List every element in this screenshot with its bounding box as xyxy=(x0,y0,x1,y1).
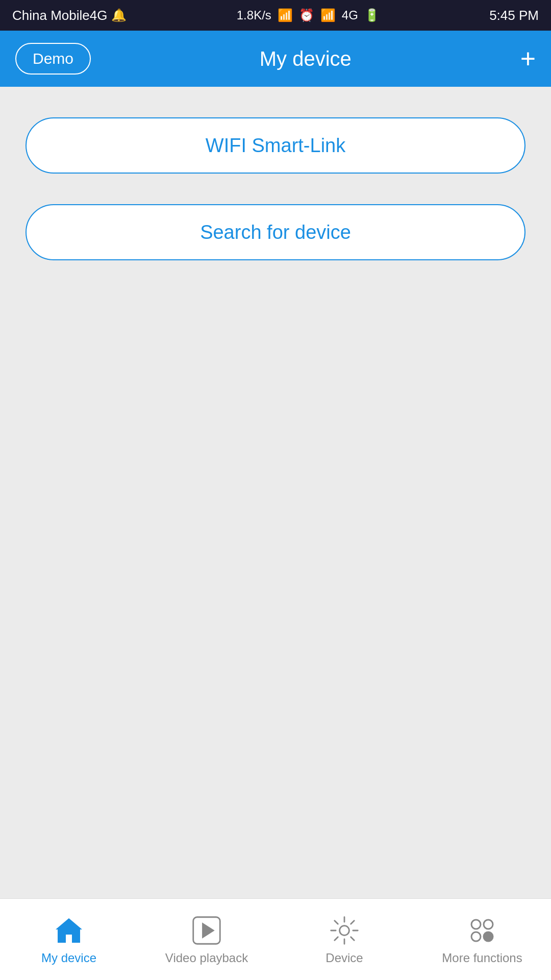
bottom-nav: My device Video playback Device xyxy=(0,898,551,980)
top-nav-bar: Demo My device + xyxy=(0,31,551,87)
nav-label-device: Device xyxy=(325,951,363,965)
signal-icon: 4G xyxy=(342,8,358,22)
gear-icon xyxy=(328,914,361,947)
status-left: China Mobile4G 🔔 xyxy=(12,8,127,23)
nav-label-my-device: My device xyxy=(41,951,96,965)
svg-point-5 xyxy=(471,932,481,941)
page-title: My device xyxy=(91,47,520,70)
wifi-icon: 📶 xyxy=(320,8,336,22)
carrier-text: China Mobile4G xyxy=(12,8,107,23)
time-text: 5:45 PM xyxy=(489,8,539,23)
wifi-smart-link-button[interactable]: WIFI Smart-Link xyxy=(26,117,525,174)
status-bar: China Mobile4G 🔔 1.8K/s 📶 ⏰ 📶 4G 🔋 5:45 … xyxy=(0,0,551,31)
nav-item-device[interactable]: Device xyxy=(276,914,413,965)
status-right: 5:45 PM xyxy=(489,8,539,23)
alarm-icon: ⏰ xyxy=(299,8,314,22)
nav-item-more-functions[interactable]: More functions xyxy=(413,914,551,965)
status-center-icons: 1.8K/s 📶 ⏰ 📶 4G 🔋 xyxy=(237,8,380,22)
add-device-button[interactable]: + xyxy=(520,45,536,72)
notification-icon: 🔔 xyxy=(111,8,127,22)
main-content: WIFI Smart-Link Search for device xyxy=(0,87,551,898)
svg-point-2 xyxy=(340,925,349,935)
svg-point-3 xyxy=(471,920,481,929)
nav-label-video-playback: Video playback xyxy=(165,951,248,965)
svg-point-4 xyxy=(484,920,493,929)
home-icon xyxy=(53,914,85,947)
play-icon xyxy=(190,914,223,947)
search-device-button[interactable]: Search for device xyxy=(26,204,525,260)
svg-marker-1 xyxy=(203,923,214,937)
nav-label-more-functions: More functions xyxy=(442,951,522,965)
more-icon xyxy=(466,914,498,947)
sim-icon: 📶 xyxy=(278,8,293,22)
speed-text: 1.8K/s xyxy=(237,8,271,22)
nav-item-my-device[interactable]: My device xyxy=(0,914,138,965)
nav-item-video-playback[interactable]: Video playback xyxy=(138,914,276,965)
demo-button[interactable]: Demo xyxy=(15,43,91,75)
battery-icon: 🔋 xyxy=(364,8,380,22)
svg-point-6 xyxy=(484,932,493,941)
